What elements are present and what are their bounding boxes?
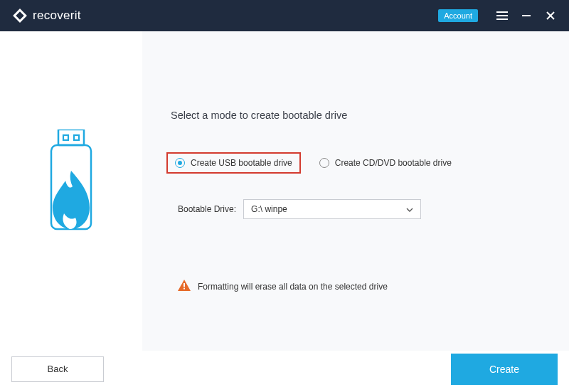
svg-rect-3 <box>496 15 508 16</box>
svg-rect-5 <box>522 15 531 16</box>
warning-text: Formatting will erase all data on the se… <box>198 282 388 292</box>
svg-rect-13 <box>184 288 185 290</box>
bootable-drive-label: Bootable Drive: <box>178 204 236 214</box>
body: Select a mode to create bootable drive C… <box>0 31 569 351</box>
sidebar <box>0 31 142 351</box>
bootable-drive-value: G:\ winpe <box>251 204 287 214</box>
warning-row: Formatting will erase all data on the se… <box>178 280 541 294</box>
create-button[interactable]: Create <box>451 354 558 385</box>
close-icon[interactable] <box>541 6 560 26</box>
svg-rect-12 <box>184 283 185 287</box>
main-panel: Select a mode to create bootable drive C… <box>142 31 569 351</box>
titlebar: recoverit Account <box>0 0 569 31</box>
svg-rect-9 <box>63 135 68 140</box>
radio-unchecked-icon <box>319 158 329 168</box>
radio-checked-icon <box>175 158 185 168</box>
page-heading: Select a mode to create bootable drive <box>171 110 541 121</box>
footer: Back Create <box>0 351 569 392</box>
account-button[interactable]: Account <box>438 9 478 22</box>
svg-rect-4 <box>496 18 508 20</box>
svg-rect-8 <box>58 129 84 145</box>
brand-text: recoverit <box>33 9 81 23</box>
minimize-icon[interactable] <box>516 6 536 26</box>
svg-rect-10 <box>74 135 79 140</box>
brand-logo-icon <box>13 9 27 23</box>
svg-rect-2 <box>496 11 508 13</box>
usb-flame-illustration <box>36 129 107 253</box>
back-button[interactable]: Back <box>11 356 104 382</box>
warning-triangle-icon <box>178 280 191 294</box>
bootable-drive-select[interactable]: G:\ winpe <box>243 199 421 219</box>
mode-radio-group: Create USB bootable drive Create CD/DVD … <box>166 152 541 174</box>
radio-cddvd-bootable[interactable]: Create CD/DVD bootable drive <box>319 158 452 168</box>
brand: recoverit <box>13 9 81 23</box>
radio-usb-label: Create USB bootable drive <box>191 158 292 168</box>
radio-cddvd-label: Create CD/DVD bootable drive <box>335 158 452 168</box>
menu-icon[interactable] <box>492 6 512 26</box>
chevron-down-icon <box>406 206 413 213</box>
bootable-drive-row: Bootable Drive: G:\ winpe <box>178 199 541 219</box>
radio-usb-bootable[interactable]: Create USB bootable drive <box>166 152 301 174</box>
